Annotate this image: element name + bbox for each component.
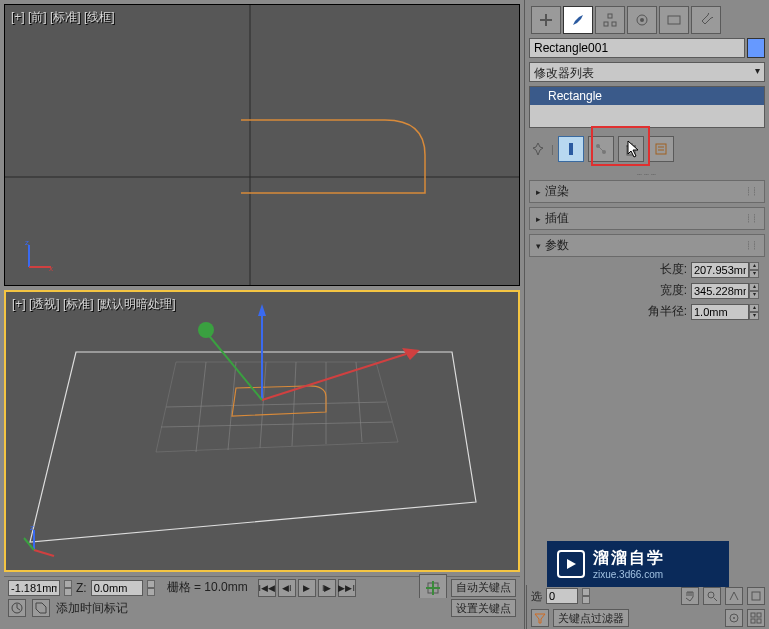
- create-tab[interactable]: [531, 6, 561, 34]
- hierarchy-tab[interactable]: [595, 6, 625, 34]
- corner-radius-input[interactable]: [691, 304, 749, 320]
- maximize-icon: [750, 612, 762, 624]
- object-name-input[interactable]: [529, 38, 745, 58]
- display-icon: [667, 13, 681, 27]
- svg-point-48: [708, 592, 714, 598]
- add-time-tag-label[interactable]: 添加时间标记: [56, 600, 128, 617]
- viewport-front-canvas: [5, 5, 520, 285]
- status-bar: Z: 栅格 = 10.0mm I◀◀ ◀I ▶ I▶ ▶▶I 自动关键点: [4, 576, 520, 598]
- orbit-icon: [728, 612, 740, 624]
- svg-marker-15: [258, 304, 266, 316]
- viewport-front[interactable]: [+] [前] [标准] [线框] z x: [4, 4, 520, 286]
- watermark-overlay: 溜溜自学 zixue.3d66.com: [547, 541, 729, 587]
- svg-rect-37: [668, 16, 680, 24]
- nav-orbit-button[interactable]: [725, 609, 743, 627]
- rollout-render-header[interactable]: ▸ 渲染 ┊┊: [529, 180, 765, 203]
- svg-text:z: z: [25, 238, 29, 247]
- fov-icon: [728, 590, 740, 602]
- coord-z-spinner[interactable]: [147, 580, 155, 596]
- svg-marker-57: [567, 559, 576, 569]
- svg-line-6: [166, 402, 386, 407]
- corner-radius-label: 角半径:: [648, 303, 687, 320]
- watermark-url: zixue.3d66.com: [593, 569, 665, 580]
- chevron-right-icon: ▸: [536, 214, 541, 224]
- status-bar-2: 添加时间标记 设置关键点: [4, 598, 520, 618]
- svg-line-22: [34, 550, 54, 556]
- nav-zoom-button[interactable]: [703, 587, 721, 605]
- selection-lock-label: 选: [531, 589, 542, 604]
- corner-radius-spinner[interactable]: ▴▾: [749, 304, 759, 320]
- svg-text:x: x: [49, 264, 53, 273]
- coord-x-input[interactable]: [8, 580, 60, 596]
- width-input[interactable]: [691, 283, 749, 299]
- svg-line-49: [714, 598, 717, 601]
- modify-tab[interactable]: [563, 6, 593, 34]
- svg-rect-45: [656, 144, 666, 154]
- display-tab[interactable]: [659, 6, 689, 34]
- zoom-all-icon: [750, 590, 762, 602]
- goto-end-button[interactable]: ▶▶I: [338, 579, 356, 597]
- nav-fov-button[interactable]: [725, 587, 743, 605]
- frame-input[interactable]: [546, 588, 578, 604]
- nav-zoom-all-button[interactable]: [747, 587, 765, 605]
- goto-start-button[interactable]: I◀◀: [258, 579, 276, 597]
- motion-tab[interactable]: [627, 6, 657, 34]
- prev-frame-button[interactable]: ◀I: [278, 579, 296, 597]
- modifier-list-dropdown[interactable]: 修改器列表: [529, 62, 765, 82]
- svg-line-13: [356, 362, 362, 442]
- svg-line-23: [24, 538, 34, 550]
- set-key-button[interactable]: 设置关键点: [451, 599, 516, 617]
- width-label: 宽度:: [660, 282, 687, 299]
- auto-key-button[interactable]: 自动关键点: [451, 579, 516, 597]
- chevron-right-icon: ▸: [536, 187, 541, 197]
- length-input[interactable]: [691, 262, 749, 278]
- tag-button[interactable]: [32, 599, 50, 617]
- coord-z-label: Z:: [76, 581, 87, 595]
- hand-icon: [684, 590, 696, 602]
- grid-size-label: 栅格 = 10.0mm: [167, 579, 248, 596]
- rollout-parameters-header[interactable]: ▾ 参数 ┊┊: [529, 234, 765, 257]
- panel-grip[interactable]: ┄┄┄: [529, 170, 765, 176]
- svg-point-52: [733, 617, 735, 619]
- stack-item-rectangle[interactable]: Rectangle: [530, 87, 764, 105]
- length-spinner[interactable]: ▴▾: [749, 262, 759, 278]
- coord-x-spinner[interactable]: [64, 580, 72, 596]
- nav-maximize-button[interactable]: [747, 609, 765, 627]
- time-config-button[interactable]: [8, 599, 26, 617]
- viewport-area: [+] [前] [标准] [线框] z x [+] [透视] [标准] [默认明…: [0, 0, 524, 629]
- remove-modifier-button[interactable]: [618, 136, 644, 162]
- svg-rect-56: [757, 619, 761, 623]
- key-filter-button[interactable]: 关键点过滤器: [553, 609, 629, 627]
- coord-z-input[interactable]: [91, 580, 143, 596]
- svg-point-19: [198, 322, 214, 338]
- unique-icon: [594, 142, 608, 156]
- axis-tripod-perspective: z: [20, 522, 60, 562]
- nav-pan-button[interactable]: [681, 587, 699, 605]
- utilities-tab[interactable]: [691, 6, 721, 34]
- object-color-swatch[interactable]: [747, 38, 765, 58]
- frame-spinner[interactable]: [582, 588, 590, 604]
- modifier-stack[interactable]: Rectangle: [529, 86, 765, 128]
- play-logo-icon: [557, 550, 585, 578]
- command-panel: 修改器列表 Rectangle |: [524, 0, 769, 629]
- axis-tripod-front: z x: [19, 237, 59, 277]
- next-frame-button[interactable]: I▶: [318, 579, 336, 597]
- viewport-perspective[interactable]: [+] [透视] [标准] [默认明暗处理]: [4, 290, 520, 572]
- configure-sets-button[interactable]: [648, 136, 674, 162]
- length-label: 长度:: [660, 261, 687, 278]
- chevron-down-icon: ▾: [536, 241, 541, 251]
- key-filter-icon-button[interactable]: [531, 609, 549, 627]
- svg-rect-34: [612, 22, 616, 26]
- modify-icon: [571, 13, 585, 27]
- trash-icon: [624, 142, 638, 156]
- play-button[interactable]: ▶: [298, 579, 316, 597]
- rollout-interpolation: ▸ 插值 ┊┊: [529, 207, 765, 230]
- zoom-icon: [706, 590, 718, 602]
- make-unique-button[interactable]: [588, 136, 614, 162]
- show-end-result-button[interactable]: [558, 136, 584, 162]
- pin-icon[interactable]: [531, 142, 545, 156]
- rollout-interpolation-header[interactable]: ▸ 插值 ┊┊: [529, 207, 765, 230]
- wrench-icon: [699, 13, 713, 27]
- tag-icon: [35, 602, 47, 614]
- width-spinner[interactable]: ▴▾: [749, 283, 759, 299]
